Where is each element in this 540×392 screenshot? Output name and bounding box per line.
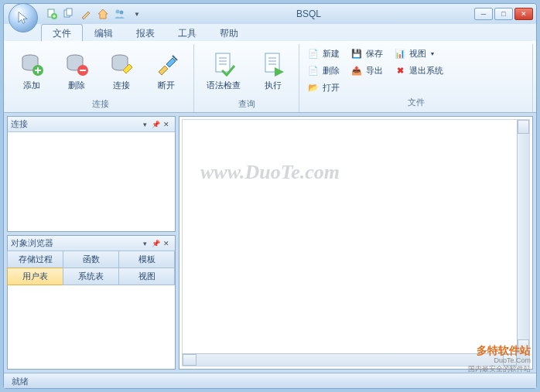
delete-button[interactable]: 删除 xyxy=(56,46,97,97)
panel-close-icon[interactable]: ✕ xyxy=(161,238,172,249)
panel-header: 对象浏览器 ▾ 📌 ✕ xyxy=(8,236,175,251)
svg-line-12 xyxy=(175,58,177,60)
left-column: 连接 ▾ 📌 ✕ 对象浏览器 ▾ 📌 ✕ 存储过程 xyxy=(7,116,176,370)
connect-list[interactable] xyxy=(8,132,175,231)
db-delete-icon xyxy=(64,52,89,77)
tab-systbl[interactable]: 系统表 xyxy=(63,268,119,285)
tab-report[interactable]: 报表 xyxy=(125,24,166,41)
delete-icon: 📄 xyxy=(307,64,320,77)
tab-help[interactable]: 帮助 xyxy=(208,24,250,41)
btn-label: 添加 xyxy=(23,80,40,91)
ribbon-tabs: 文件 编辑 报表 工具 帮助 xyxy=(4,24,536,41)
connect-button[interactable]: 连接 xyxy=(101,46,142,97)
quick-access-toolbar: ▼ xyxy=(46,8,143,20)
panel-title: 对象浏览器 xyxy=(11,237,53,249)
btn-label: 执行 xyxy=(265,80,282,91)
editor-textarea[interactable] xyxy=(182,119,530,366)
syntax-button[interactable]: 语法检查 xyxy=(199,46,248,97)
object-browser-panel: 对象浏览器 ▾ 📌 ✕ 存储过程 函数 模板 用户表 系统表 视图 xyxy=(7,235,176,370)
panel-dropdown-icon[interactable]: ▾ xyxy=(139,238,150,249)
view-button[interactable]: 📊视图▾ xyxy=(391,46,446,61)
play-doc-icon xyxy=(261,52,285,77)
minimize-button[interactable]: ─ xyxy=(474,8,493,20)
app-title: BSQL xyxy=(143,9,474,19)
tab-tool[interactable]: 工具 xyxy=(166,24,208,41)
panel-header: 连接 ▾ 📌 ✕ xyxy=(8,117,175,132)
statusbar: 就绪 xyxy=(4,373,536,388)
object-list[interactable] xyxy=(8,285,175,369)
delete2-button[interactable]: 📄删除 xyxy=(304,63,343,78)
disconnect-button[interactable]: 断开 xyxy=(146,46,186,97)
new-icon: 📄 xyxy=(307,47,320,60)
scrollbar-horizontal[interactable] xyxy=(183,353,517,366)
group-label: 连接 xyxy=(12,97,189,112)
tab-tmpl[interactable]: 模板 xyxy=(118,251,175,268)
btn-label: 断开 xyxy=(158,80,175,91)
svg-rect-13 xyxy=(216,53,230,72)
panel-title: 连接 xyxy=(11,118,28,130)
tab-edit[interactable]: 编辑 xyxy=(83,24,125,41)
connect-panel: 连接 ▾ 📌 ✕ xyxy=(7,116,176,232)
maximize-button[interactable]: □ xyxy=(494,8,513,20)
qat-new-icon[interactable] xyxy=(46,8,58,20)
export-icon: 📤 xyxy=(350,64,363,77)
open-icon: 📂 xyxy=(307,81,320,94)
view-icon: 📊 xyxy=(394,47,406,60)
plug-icon xyxy=(154,52,179,77)
group-query: 语法检查 执行 查询 xyxy=(194,44,299,112)
panel-dropdown-icon[interactable]: ▾ xyxy=(139,119,150,130)
group-file: 📄新建 📄删除 📂打开 💾保存 📤导出 📊视图▾ ✖退出系统 文件 xyxy=(299,44,533,112)
cursor-icon xyxy=(16,11,30,25)
export-button[interactable]: 📤导出 xyxy=(347,63,386,78)
tab-sp[interactable]: 存储过程 xyxy=(7,251,63,268)
btn-label: 删除 xyxy=(68,80,85,91)
status-text: 就绪 xyxy=(12,377,29,386)
svg-line-11 xyxy=(173,56,175,58)
group-label: 文件 xyxy=(304,95,528,111)
ribbon: 文件 编辑 报表 工具 帮助 添加 删除 xyxy=(4,24,536,113)
execute-button[interactable]: 执行 xyxy=(253,46,293,97)
add-button[interactable]: 添加 xyxy=(12,46,52,97)
check-doc-icon xyxy=(211,52,236,77)
app-menu-orb[interactable] xyxy=(9,3,38,32)
scrollbar-vertical[interactable] xyxy=(517,120,529,353)
new-button[interactable]: 📄新建 xyxy=(304,46,343,61)
panel-pin-icon[interactable]: 📌 xyxy=(150,238,161,249)
svg-rect-3 xyxy=(67,9,72,15)
content-area: 连接 ▾ 📌 ✕ 对象浏览器 ▾ 📌 ✕ 存储过程 xyxy=(4,113,536,373)
scrollbar-corner xyxy=(517,353,529,366)
qat-home-icon[interactable] xyxy=(97,8,109,20)
qat-users-icon[interactable] xyxy=(114,8,126,20)
exit-button[interactable]: ✖退出系统 xyxy=(391,63,446,78)
tab-view[interactable]: 视图 xyxy=(118,268,175,285)
qat-copy-icon[interactable] xyxy=(63,8,75,20)
tab-fn[interactable]: 函数 xyxy=(63,251,119,268)
editor-pane xyxy=(179,116,533,370)
btn-label: 连接 xyxy=(113,80,130,91)
qat-brush-icon[interactable] xyxy=(80,8,92,20)
group-label: 查询 xyxy=(199,97,294,112)
db-add-icon xyxy=(19,52,44,77)
db-connect-icon xyxy=(109,52,134,77)
save-button[interactable]: 💾保存 xyxy=(347,46,386,61)
svg-point-4 xyxy=(116,10,120,14)
tab-usertbl[interactable]: 用户表 xyxy=(7,268,63,285)
tab-file[interactable]: 文件 xyxy=(41,24,83,41)
group-connect: 添加 删除 连接 断开 连接 xyxy=(7,44,194,112)
panel-pin-icon[interactable]: 📌 xyxy=(150,119,161,130)
window-controls: ─ □ ✕ xyxy=(474,8,533,20)
ribbon-body: 添加 删除 连接 断开 连接 xyxy=(4,41,536,112)
titlebar: ▼ BSQL ─ □ ✕ xyxy=(4,4,536,24)
btn-label: 语法检查 xyxy=(207,80,241,91)
app-window: ▼ BSQL ─ □ ✕ 文件 编辑 报表 工具 帮助 添加 xyxy=(3,3,537,389)
svg-point-5 xyxy=(120,11,124,15)
close-button[interactable]: ✕ xyxy=(514,8,533,20)
panel-close-icon[interactable]: ✕ xyxy=(161,119,172,130)
save-icon: 💾 xyxy=(350,47,363,60)
exit-icon: ✖ xyxy=(394,64,406,77)
object-tabs: 存储过程 函数 模板 用户表 系统表 视图 xyxy=(8,251,175,285)
qat-dropdown-icon[interactable]: ▼ xyxy=(131,8,143,20)
open-button[interactable]: 📂打开 xyxy=(304,80,343,95)
